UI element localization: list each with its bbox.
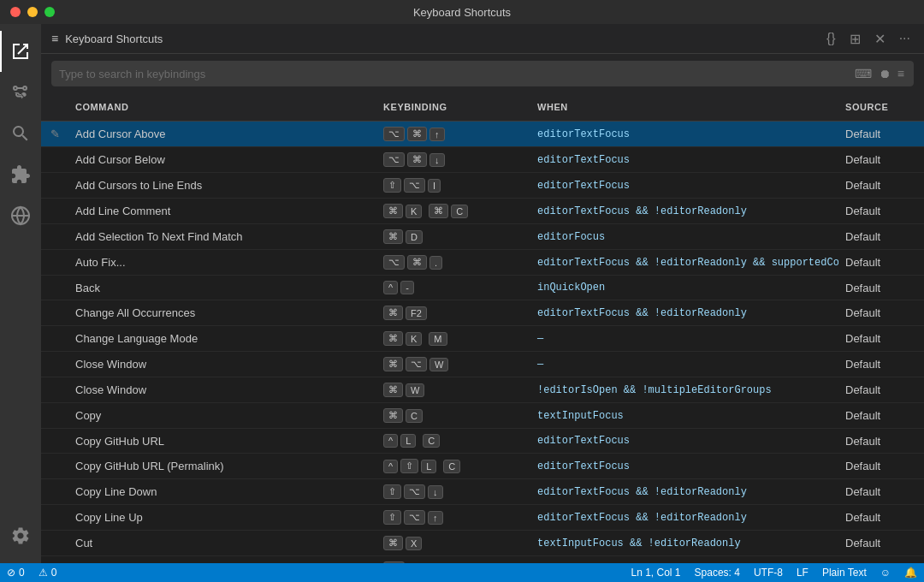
table-row[interactable]: Copy Line Up⇧⌥↑editorTextFocus && !edito… [41,505,924,531]
table-row[interactable]: Close Window⌘W!editorIsOpen && !multiple… [41,377,924,403]
row-keybinding: ⌘X [376,531,530,555]
minimize-button[interactable] [27,7,38,17]
table-row[interactable]: Add Cursor Below⌥⌘↓editorTextFocusDefaul… [41,147,924,173]
row-icon-cell [41,505,68,530]
status-position[interactable]: Ln 1, Col 1 [631,567,680,579]
row-when: textInputFocus && !editorReadonly [530,531,838,555]
row-keybinding: ⌘K M [376,326,530,351]
error-icon: ⊘ [7,567,15,579]
status-notifications[interactable]: 🔔 [904,567,917,579]
window-title: Keyboard Shortcuts [413,6,511,19]
status-language[interactable]: Plain Text [822,567,867,579]
table-row[interactable]: Auto Fix...⌥⌘.editorTextFocus && !editor… [41,250,924,276]
status-encoding[interactable]: UTF-8 [754,567,783,579]
status-warnings[interactable]: ⚠ 0 [38,567,57,579]
table-row[interactable]: Add Cursors to Line Ends⇧⌥IeditorTextFoc… [41,173,924,199]
status-spaces[interactable]: Spaces: 4 [695,567,740,579]
more-actions-button[interactable]: ··· [896,29,914,48]
keybinding-badge: ⇧ [383,510,401,525]
table-row[interactable]: Change All Occurrences⌘F2editorTextFocus… [41,300,924,326]
maximize-button[interactable] [44,7,55,17]
record-keys-icon[interactable]: ⏺ [877,65,892,82]
row-keybinding: ⌘W [376,377,530,402]
row-icon-cell [41,429,68,453]
keybinding-badge: W [406,383,424,397]
close-button[interactable] [10,7,21,17]
table-row[interactable]: Back^-inQuickOpenDefault [41,276,924,300]
keybinding-badge: ↓ [429,153,445,167]
header-keybinding: Keybinding [376,98,530,116]
row-source: Default [838,300,924,325]
row-source: Default [838,556,924,563]
row-source: Default [838,224,924,249]
table-row[interactable]: Debug: ContinueF5inDebugModeDefault [41,556,924,563]
status-bar: ⊘ 0 ⚠ 0 Ln 1, Col 1 Spaces: 4 UTF-8 LF P… [0,563,924,582]
table-row[interactable]: Copy GitHub URL (Permalink)^⇧L CeditorTe… [41,454,924,479]
table-row[interactable]: Copy Line Down⇧⌥↓editorTextFocus && !edi… [41,479,924,505]
search-input[interactable] [59,68,846,80]
row-keybinding: ⌘C [376,403,530,428]
sidebar-item-search[interactable] [0,113,41,154]
row-keybinding: ⇧⌥↓ [376,479,530,504]
table-row[interactable]: ✎Add Cursor Above⌥⌘↑editorTextFocusDefau… [41,122,924,147]
row-icon-cell [41,173,68,198]
status-line-ending[interactable]: LF [797,567,808,579]
row-when: editorTextFocus && !editorReadonly [530,300,838,325]
sidebar-item-extensions[interactable] [0,154,41,195]
table-row[interactable]: Change Language Mode⌘K M—Default [41,326,924,352]
row-source: Default [838,199,924,223]
keybinding-badge: ⌘ [383,306,403,320]
keybinding-badge: L [400,434,416,448]
table-row[interactable]: Add Line Comment⌘K ⌘CeditorTextFocus && … [41,199,924,224]
table-row[interactable]: Close Window⌘⌥W—Default [41,352,924,377]
row-when: !editorIsOpen && !multipleEditorGroups [530,377,838,402]
row-when: — [530,352,838,377]
source-control-icon [10,82,31,103]
row-source: Default [838,122,924,146]
row-source: Default [838,276,924,300]
keybinding-badge: ↑ [429,128,445,141]
row-keybinding: ⌘F2 [376,300,530,325]
sidebar-item-source-control[interactable] [0,72,41,113]
row-icon-cell [41,224,68,249]
row-keybinding: ⌥⌘↑ [376,122,530,146]
sidebar-item-remote[interactable] [0,195,41,236]
row-command: Add Line Comment [68,199,376,223]
row-keybinding: F5 [376,556,530,563]
filter-icon[interactable]: ≡ [896,65,906,82]
row-keybinding: ^- [376,276,530,300]
keybinding-badge: ⌥ [404,178,425,193]
row-icon-cell [41,300,68,325]
row-icon-cell [41,352,68,377]
status-feedback[interactable]: ☺ [880,567,891,579]
row-command: Auto Fix... [68,250,376,275]
row-icon-cell [41,531,68,555]
row-source: Default [838,173,924,198]
keybinding-json-button[interactable]: {} [823,29,839,48]
keyboard-icon[interactable]: ⌨ [853,65,874,82]
row-icon-cell [41,556,68,563]
sidebar-item-settings[interactable] [0,515,41,556]
keybinding-badge: W [429,358,448,371]
status-errors[interactable]: ⊘ 0 [7,567,25,579]
row-icon-cell [41,377,68,402]
sort-button[interactable]: ⊞ [846,29,864,49]
keybinding-badge: C [443,460,460,473]
row-command: Copy Line Down [68,479,376,504]
keybinding-badge: F2 [406,306,427,320]
keybinding-badge: M [429,332,447,346]
keybinding-badges: ⌘K M [383,331,447,346]
app-body: ≡ Keyboard Shortcuts {} ⊞ ✕ ··· ⌨ ⏺ ≡ [0,24,924,563]
row-icon-cell [41,326,68,351]
close-panel-button[interactable]: ✕ [871,29,889,49]
sidebar-item-explorer[interactable] [0,31,41,72]
table-row[interactable]: Copy GitHub URL^L CeditorTextFocusDefaul… [41,429,924,454]
row-icon-cell [41,250,68,275]
table-row[interactable]: Cut⌘XtextInputFocus && !editorReadonlyDe… [41,531,924,556]
table-row[interactable]: Add Selection To Next Find Match⌘Deditor… [41,224,924,250]
row-icon-cell: ✎ [41,122,68,146]
table-row[interactable]: Copy⌘CtextInputFocusDefault [41,403,924,429]
row-command: Cut [68,531,376,555]
keybinding-badge: C [406,409,423,423]
keybinding-badge: ⌘ [383,383,403,397]
